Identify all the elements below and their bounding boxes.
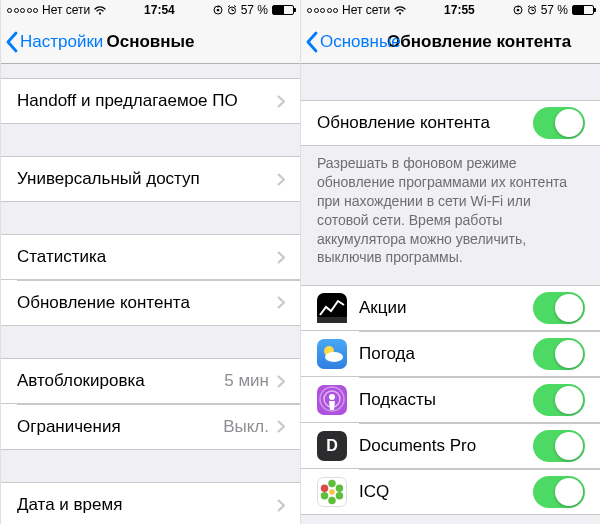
row-label: Дата и время bbox=[17, 495, 277, 515]
chevron-right-icon bbox=[277, 420, 285, 433]
toggle-switch[interactable] bbox=[533, 338, 585, 370]
chevron-right-icon bbox=[277, 251, 285, 264]
chevron-right-icon bbox=[277, 375, 285, 388]
chevron-right-icon bbox=[277, 296, 285, 309]
alarm-icon bbox=[227, 5, 237, 15]
nav-back-label: Основные bbox=[320, 32, 401, 52]
battery-percent: 57 % bbox=[241, 3, 268, 17]
row-app-weather[interactable]: Погода bbox=[301, 331, 600, 377]
svg-point-10 bbox=[325, 352, 343, 362]
row-autolock[interactable]: Автоблокировка 5 мин bbox=[1, 358, 300, 404]
row-app-stocks[interactable]: Акции bbox=[301, 285, 600, 331]
row-date-time[interactable]: Дата и время bbox=[1, 482, 300, 524]
row-label: Обновление контента bbox=[17, 293, 277, 313]
svg-point-16 bbox=[336, 484, 343, 491]
svg-point-19 bbox=[321, 492, 328, 499]
row-label: Статистика bbox=[17, 247, 277, 267]
toggle-switch[interactable] bbox=[533, 107, 585, 139]
svg-rect-2 bbox=[216, 9, 218, 11]
row-label: Автоблокировка bbox=[17, 371, 224, 391]
svg-point-11 bbox=[329, 394, 335, 400]
row-usage[interactable]: Статистика bbox=[1, 234, 300, 280]
row-background-refresh[interactable]: Обновление контента bbox=[1, 280, 300, 326]
row-handoff[interactable]: Handoff и предлагаемое ПО bbox=[1, 78, 300, 124]
nav-bar: Настройки Основные bbox=[1, 20, 300, 64]
status-left: Нет сети bbox=[7, 3, 106, 17]
podcasts-icon bbox=[317, 385, 347, 415]
svg-point-14 bbox=[329, 489, 335, 495]
phone-right: Нет сети 17:55 57 % Основные Обновление … bbox=[300, 0, 600, 524]
row-app-documents[interactable]: D Documents Pro bbox=[301, 423, 600, 469]
status-bar: Нет сети 17:55 57 % bbox=[301, 0, 600, 20]
battery-icon bbox=[572, 5, 594, 15]
chevron-right-icon bbox=[277, 173, 285, 186]
chevron-right-icon bbox=[277, 499, 285, 512]
stocks-icon bbox=[317, 293, 347, 323]
svg-point-15 bbox=[328, 480, 335, 487]
weather-icon bbox=[317, 339, 347, 369]
documents-icon: D bbox=[317, 431, 347, 461]
signal-dots-icon bbox=[7, 8, 38, 13]
alarm-icon bbox=[527, 5, 537, 15]
status-time: 17:54 bbox=[144, 3, 175, 17]
status-time: 17:55 bbox=[444, 3, 475, 17]
status-left: Нет сети bbox=[307, 3, 406, 17]
wifi-icon bbox=[94, 5, 106, 15]
battery-percent: 57 % bbox=[541, 3, 568, 17]
row-label: Documents Pro bbox=[359, 436, 533, 456]
rotation-lock-icon bbox=[513, 5, 523, 15]
svg-point-20 bbox=[321, 484, 328, 491]
carrier-text: Нет сети bbox=[42, 3, 90, 17]
signal-dots-icon bbox=[307, 8, 338, 13]
row-label: Универсальный доступ bbox=[17, 169, 277, 189]
row-label: ICQ bbox=[359, 482, 533, 502]
toggle-switch[interactable] bbox=[533, 384, 585, 416]
status-right: 57 % bbox=[213, 3, 294, 17]
row-label: Handoff и предлагаемое ПО bbox=[17, 91, 277, 111]
svg-point-0 bbox=[99, 12, 101, 14]
nav-back-button[interactable]: Настройки bbox=[5, 31, 103, 53]
svg-point-4 bbox=[399, 12, 401, 14]
rotation-lock-icon bbox=[213, 5, 223, 15]
chevron-right-icon bbox=[277, 95, 285, 108]
status-right: 57 % bbox=[513, 3, 594, 17]
carrier-text: Нет сети bbox=[342, 3, 390, 17]
row-label: Акции bbox=[359, 298, 533, 318]
svg-point-18 bbox=[328, 497, 335, 504]
row-value: 5 мин bbox=[224, 371, 269, 391]
row-value: Выкл. bbox=[223, 417, 269, 437]
battery-icon bbox=[272, 5, 294, 15]
svg-rect-8 bbox=[317, 317, 347, 323]
row-label: Погода bbox=[359, 344, 533, 364]
nav-back-button[interactable]: Основные bbox=[305, 31, 401, 53]
row-label: Ограничения bbox=[17, 417, 223, 437]
status-bar: Нет сети 17:54 57 % bbox=[1, 0, 300, 20]
icq-icon bbox=[317, 477, 347, 507]
row-master-toggle[interactable]: Обновление контента bbox=[301, 100, 600, 146]
section-footer: Разрешать в фоновом режиме обновление пр… bbox=[301, 146, 600, 267]
toggle-switch[interactable] bbox=[533, 476, 585, 508]
row-label: Подкасты bbox=[359, 390, 533, 410]
svg-point-17 bbox=[336, 492, 343, 499]
row-label: Обновление контента bbox=[317, 113, 533, 133]
phone-left: Нет сети 17:54 57 % Настройки Основные bbox=[0, 0, 300, 524]
toggle-switch[interactable] bbox=[533, 292, 585, 324]
content: Handoff и предлагаемое ПО Универсальный … bbox=[1, 64, 300, 524]
row-accessibility[interactable]: Универсальный доступ bbox=[1, 156, 300, 202]
row-restrictions[interactable]: Ограничения Выкл. bbox=[1, 404, 300, 450]
wifi-icon bbox=[394, 5, 406, 15]
row-app-podcasts[interactable]: Подкасты bbox=[301, 377, 600, 423]
row-app-icq[interactable]: ICQ bbox=[301, 469, 600, 515]
toggle-switch[interactable] bbox=[533, 430, 585, 462]
nav-back-label: Настройки bbox=[20, 32, 103, 52]
content: Обновление контента Разрешать в фоновом … bbox=[301, 64, 600, 524]
svg-rect-6 bbox=[516, 9, 518, 11]
nav-bar: Основные Обновление контента bbox=[301, 20, 600, 64]
